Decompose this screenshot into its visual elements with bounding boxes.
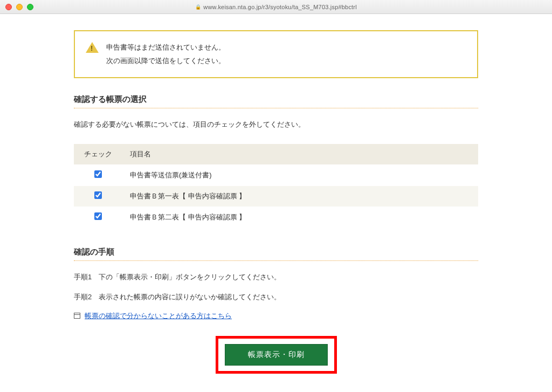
url-display: 🔒 www.keisan.nta.go.jp/r3/syotoku/ta_SS_… [195, 4, 357, 10]
col-item: 項目名 [122, 144, 478, 165]
item-label-0: 申告書等送信票(兼送付書) [122, 164, 478, 185]
browser-window: 🔒 www.keisan.nta.go.jp/r3/syotoku/ta_SS_… [0, 0, 552, 392]
alert-line1: 申告書等はまだ送信されていません。 [106, 41, 225, 54]
warning-icon [86, 42, 99, 53]
maximize-icon[interactable] [27, 4, 33, 10]
page-body: 申告書等はまだ送信されていません。 次の画面以降で送信をしてください。 確認する… [74, 30, 478, 392]
alert-line2: 次の画面以降で送信をしてください。 [106, 54, 225, 68]
alert-message: 申告書等はまだ送信されていません。 次の画面以降で送信をしてください。 [106, 41, 225, 67]
forms-table: チェック 項目名 申告書等送信票(兼送付書) 申告書Ｂ第一表【 申告内容確認票 … [74, 144, 478, 228]
print-button-wrap: 帳票表示・印刷 [74, 336, 478, 374]
step1: 手順1 下の「帳票表示・印刷」ボタンをクリックしてください。 [74, 271, 478, 283]
step2: 手順2 表示された帳票の内容に誤りがないか確認してください。 [74, 291, 478, 303]
item-label-2: 申告書Ｂ第二表【 申告内容確認票 】 [122, 207, 478, 228]
url-text: www.keisan.nta.go.jp/r3/syotoku/ta_SS_M7… [203, 4, 357, 10]
check-item-2[interactable] [94, 212, 102, 220]
new-window-icon [74, 313, 80, 319]
close-icon[interactable] [5, 4, 12, 10]
item-label-1: 申告書Ｂ第一表【 申告内容確認票 】 [122, 185, 478, 207]
section-title-select: 確認する帳票の選択 [74, 94, 478, 108]
lock-icon: 🔒 [195, 4, 201, 10]
help-link-row: 帳票の確認で分からないことがある方はこちら [74, 311, 478, 321]
section-desc-select: 確認する必要がない帳票については、項目のチェックを外してください。 [74, 118, 478, 130]
table-row: 申告書Ｂ第二表【 申告内容確認票 】 [74, 207, 478, 228]
alert-box: 申告書等はまだ送信されていません。 次の画面以降で送信をしてください。 [74, 30, 478, 78]
section-title-steps: 確認の手順 [74, 247, 478, 261]
table-row: 申告書等送信票(兼送付書) [74, 164, 478, 185]
window-controls [5, 4, 33, 10]
minimize-icon[interactable] [16, 4, 23, 10]
check-item-0[interactable] [94, 170, 102, 178]
check-item-1[interactable] [94, 191, 102, 199]
help-link[interactable]: 帳票の確認で分からないことがある方はこちら [85, 311, 232, 321]
table-row: 申告書Ｂ第一表【 申告内容確認票 】 [74, 185, 478, 207]
col-check: チェック [74, 144, 122, 165]
browser-titlebar: 🔒 www.keisan.nta.go.jp/r3/syotoku/ta_SS_… [0, 0, 552, 14]
page-viewport[interactable]: 申告書等はまだ送信されていません。 次の画面以降で送信をしてください。 確認する… [0, 14, 552, 392]
print-button[interactable]: 帳票表示・印刷 [225, 344, 328, 366]
highlight-frame: 帳票表示・印刷 [216, 336, 337, 374]
